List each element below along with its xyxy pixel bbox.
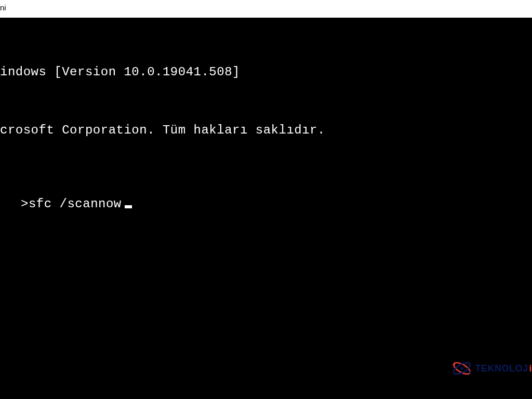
atom-logo-icon <box>451 357 473 379</box>
prompt-symbol: > <box>21 197 29 211</box>
windows-version-line: indows [Version 10.0.19041.508] <box>0 62 532 82</box>
watermark-text: TEKNOLOJ <box>475 363 528 374</box>
typed-command: sfc /scannow <box>29 197 122 211</box>
svg-point-3 <box>453 363 455 365</box>
window-title-fragment: ni <box>0 3 6 12</box>
copyright-line: crosoft Corporation. Tüm hakları saklıdı… <box>0 121 532 140</box>
text-cursor <box>125 205 132 208</box>
watermark-badge: TEKNOLOJi <box>451 357 532 379</box>
command-input-line[interactable]: >sfc /scannow <box>0 194 532 214</box>
watermark-text-accent: i <box>529 363 532 374</box>
svg-point-4 <box>469 371 471 373</box>
command-prompt-terminal[interactable]: indows [Version 10.0.19041.508] crosoft … <box>0 18 532 399</box>
svg-point-2 <box>461 367 463 369</box>
window-titlebar: ni <box>0 0 532 18</box>
